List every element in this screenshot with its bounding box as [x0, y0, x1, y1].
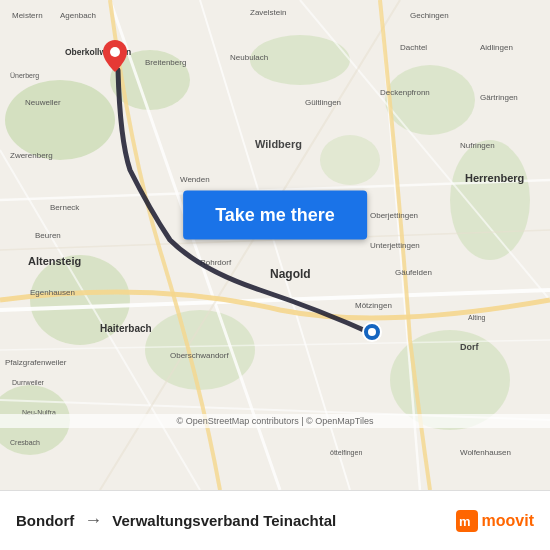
svg-text:Oberschwandorf: Oberschwandorf	[170, 351, 229, 360]
map-attribution: © OpenStreetMap contributors | © OpenMap…	[0, 414, 550, 428]
bottom-bar: Bondorf → Verwaltungsverband Teinachtal …	[0, 490, 550, 550]
svg-point-7	[145, 310, 255, 390]
take-me-there-overlay: Take me there	[183, 191, 367, 240]
svg-text:Aidlingen: Aidlingen	[480, 43, 513, 52]
svg-text:Zavelstein: Zavelstein	[250, 8, 286, 17]
svg-text:Breitenberg: Breitenberg	[145, 58, 186, 67]
svg-text:Unterjettingen: Unterjettingen	[370, 241, 420, 250]
svg-point-4	[385, 65, 475, 135]
svg-text:Neuweller: Neuweller	[25, 98, 61, 107]
svg-text:Wolfenhausen: Wolfenhausen	[460, 448, 511, 457]
svg-text:Nufringen: Nufringen	[460, 141, 495, 150]
svg-point-64	[368, 328, 376, 336]
svg-text:Dachtel: Dachtel	[400, 43, 427, 52]
svg-text:Gechingen: Gechingen	[410, 11, 449, 20]
svg-text:Oberjettingen: Oberjettingen	[370, 211, 418, 220]
route-from: Bondorf	[16, 512, 74, 529]
svg-text:Alting: Alting	[468, 314, 486, 322]
moovit-icon: m	[456, 510, 478, 532]
svg-text:öttelfingen: öttelfingen	[330, 449, 362, 457]
svg-text:Gärtringen: Gärtringen	[480, 93, 518, 102]
svg-point-62	[110, 47, 120, 57]
svg-text:Neubulach: Neubulach	[230, 53, 268, 62]
svg-text:Deckenpfronn: Deckenpfronn	[380, 88, 430, 97]
svg-text:Gültlingen: Gültlingen	[305, 98, 341, 107]
take-me-there-button[interactable]: Take me there	[183, 191, 367, 240]
svg-text:Agenbach: Agenbach	[60, 11, 96, 20]
svg-text:Meistern: Meistern	[12, 11, 43, 20]
route-to: Verwaltungsverband Teinachtal	[112, 512, 336, 529]
moovit-text: moovit	[482, 512, 534, 530]
route-arrow-icon: →	[84, 510, 102, 531]
svg-text:Cresbach: Cresbach	[10, 439, 40, 446]
svg-text:Wenden: Wenden	[180, 175, 210, 184]
svg-text:Gäufelden: Gäufelden	[395, 268, 432, 277]
svg-text:Egenhausen: Egenhausen	[30, 288, 75, 297]
svg-point-5	[450, 140, 530, 260]
svg-text:Berneck: Berneck	[50, 203, 80, 212]
svg-text:Beuren: Beuren	[35, 231, 61, 240]
svg-text:Zwerenberg: Zwerenberg	[10, 151, 53, 160]
svg-text:Wildberg: Wildberg	[255, 138, 302, 150]
svg-text:Mötzingen: Mötzingen	[355, 301, 392, 310]
map-container: Meistern Agenbach Zavelstein Gechingen O…	[0, 0, 550, 490]
svg-text:Herrenberg: Herrenberg	[465, 172, 524, 184]
destination-pin	[103, 40, 127, 72]
svg-text:Altensteig: Altensteig	[28, 255, 81, 267]
svg-text:Dorf: Dorf	[460, 342, 479, 352]
moovit-logo: m moovit	[456, 510, 534, 532]
svg-text:Pfalzgrafenweiler: Pfalzgrafenweiler	[5, 358, 67, 367]
svg-text:m: m	[459, 514, 471, 529]
svg-text:Nagold: Nagold	[270, 267, 311, 281]
svg-text:Durrweiler: Durrweiler	[12, 379, 45, 386]
svg-text:Haiterbach: Haiterbach	[100, 323, 152, 334]
origin-pin	[362, 322, 382, 342]
svg-point-1	[5, 80, 115, 160]
svg-text:Ünerberg: Ünerberg	[10, 72, 39, 80]
svg-point-10	[320, 135, 380, 185]
